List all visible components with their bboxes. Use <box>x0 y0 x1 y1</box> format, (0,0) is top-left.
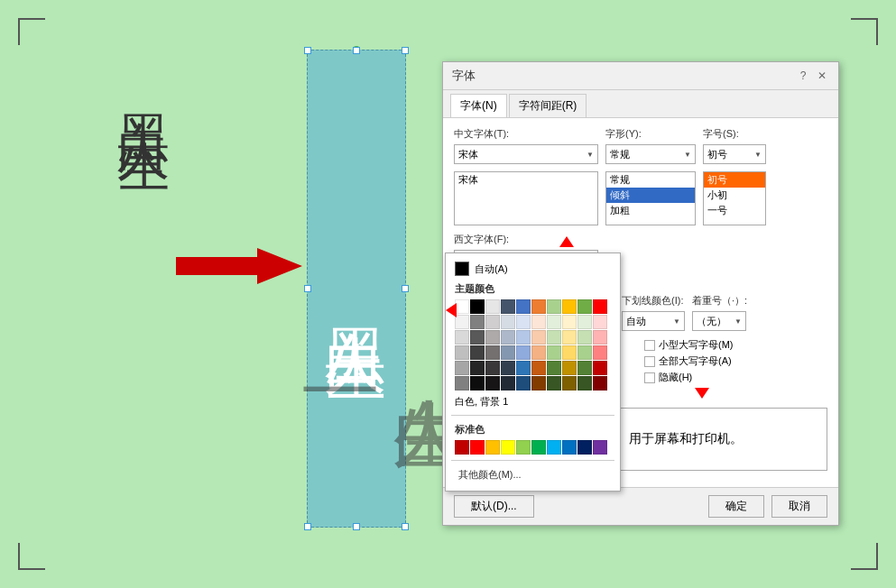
cancel-button[interactable]: 取消 <box>771 495 827 518</box>
theme-color-swatch[interactable] <box>516 376 531 390</box>
theme-color-swatch[interactable] <box>516 299 531 314</box>
size-list-xiaochu[interactable]: 小初 <box>704 188 765 203</box>
handle-top-right[interactable] <box>402 47 409 54</box>
theme-color-swatch[interactable] <box>455 315 469 329</box>
theme-color-swatch[interactable] <box>531 376 546 390</box>
standard-color-swatch[interactable] <box>547 440 561 455</box>
more-colors-button[interactable]: 其他颜色(M)... <box>451 464 614 485</box>
theme-color-swatch[interactable] <box>547 361 561 375</box>
theme-color-swatch[interactable] <box>577 361 592 375</box>
tab-spacing[interactable]: 字符间距(R) <box>509 94 587 117</box>
theme-color-swatch[interactable] <box>455 361 469 375</box>
theme-color-swatch[interactable] <box>485 376 500 390</box>
theme-color-swatch[interactable] <box>485 361 500 375</box>
theme-color-swatch[interactable] <box>455 330 469 345</box>
help-button[interactable]: ? <box>796 69 810 83</box>
auto-color-row[interactable]: 自动(A) <box>451 259 614 279</box>
theme-color-swatch[interactable] <box>501 345 515 360</box>
theme-color-swatch[interactable] <box>470 376 485 390</box>
theme-color-swatch[interactable] <box>577 345 592 360</box>
theme-color-swatch[interactable] <box>485 345 500 360</box>
theme-color-swatch[interactable] <box>577 376 592 390</box>
standard-color-swatch[interactable] <box>501 440 515 455</box>
theme-color-swatch[interactable] <box>470 361 485 375</box>
standard-color-swatch[interactable] <box>562 440 577 455</box>
theme-color-swatch[interactable] <box>531 299 546 314</box>
theme-color-swatch[interactable] <box>562 330 577 345</box>
theme-color-swatch[interactable] <box>470 330 485 345</box>
close-button[interactable]: ✕ <box>815 69 829 83</box>
font-list-item[interactable]: 宋体 <box>455 172 597 188</box>
theme-color-swatch[interactable] <box>547 376 561 390</box>
style-list[interactable]: 常规 倾斜 加粗 <box>605 171 696 225</box>
handle-bottom-right[interactable] <box>402 523 409 530</box>
theme-color-swatch[interactable] <box>470 299 485 314</box>
theme-color-swatch[interactable] <box>501 330 515 345</box>
style-list-italic[interactable]: 倾斜 <box>606 188 695 203</box>
style-list-normal[interactable]: 常规 <box>606 172 695 188</box>
theme-color-swatch[interactable] <box>531 361 546 375</box>
theme-color-swatch[interactable] <box>577 330 592 345</box>
standard-color-swatch[interactable] <box>531 440 546 455</box>
theme-color-swatch[interactable] <box>562 376 577 390</box>
style-list-bold[interactable]: 加粗 <box>606 203 695 218</box>
theme-color-swatch[interactable] <box>470 345 485 360</box>
underline-color-select[interactable]: 自动 ▼ <box>622 311 685 331</box>
theme-color-swatch[interactable] <box>531 345 546 360</box>
handle-top-center[interactable] <box>353 47 360 54</box>
theme-color-swatch[interactable] <box>593 345 607 360</box>
theme-color-swatch[interactable] <box>562 361 577 375</box>
handle-middle-right[interactable] <box>402 285 409 292</box>
theme-color-swatch[interactable] <box>562 299 577 314</box>
theme-color-swatch[interactable] <box>516 330 531 345</box>
theme-color-swatch[interactable] <box>501 376 515 390</box>
tab-font[interactable]: 字体(N) <box>450 94 507 117</box>
theme-color-swatch[interactable] <box>577 315 592 329</box>
standard-color-swatch[interactable] <box>516 440 531 455</box>
standard-color-swatch[interactable] <box>470 440 485 455</box>
standard-color-swatch[interactable] <box>485 440 500 455</box>
theme-color-swatch[interactable] <box>455 376 469 390</box>
theme-color-swatch[interactable] <box>593 361 607 375</box>
theme-color-swatch[interactable] <box>516 345 531 360</box>
chinese-font-select[interactable]: 宋体 ▼ <box>454 144 598 164</box>
size-list-chuhao[interactable]: 初号 <box>704 172 765 188</box>
theme-color-swatch[interactable] <box>577 299 592 314</box>
theme-color-swatch[interactable] <box>501 361 515 375</box>
size-list-yihao[interactable]: 一号 <box>704 203 765 218</box>
standard-color-swatch[interactable] <box>593 440 607 455</box>
theme-color-swatch[interactable] <box>547 299 561 314</box>
theme-color-swatch[interactable] <box>593 299 607 314</box>
handle-bottom-center[interactable] <box>353 523 360 530</box>
theme-color-swatch[interactable] <box>470 315 485 329</box>
standard-color-swatch[interactable] <box>577 440 592 455</box>
size-select[interactable]: 初号 ▼ <box>703 144 766 164</box>
theme-color-swatch[interactable] <box>593 376 607 390</box>
theme-color-swatch[interactable] <box>501 315 515 329</box>
style-select[interactable]: 常规 ▼ <box>605 144 696 164</box>
handle-bottom-left[interactable] <box>304 523 311 530</box>
chinese-font-list[interactable]: 宋体 <box>454 171 598 225</box>
theme-color-swatch[interactable] <box>455 299 469 314</box>
theme-color-swatch[interactable] <box>485 330 500 345</box>
theme-color-swatch[interactable] <box>547 315 561 329</box>
theme-color-swatch[interactable] <box>485 315 500 329</box>
theme-color-swatch[interactable] <box>562 315 577 329</box>
text-box[interactable]: 黑白人生 <box>307 50 406 528</box>
theme-color-swatch[interactable] <box>593 315 607 329</box>
size-list[interactable]: 初号 小初 一号 <box>703 171 766 225</box>
theme-color-swatch[interactable] <box>547 330 561 345</box>
standard-color-swatch[interactable] <box>455 440 469 455</box>
theme-color-swatch[interactable] <box>455 345 469 360</box>
theme-color-swatch[interactable] <box>485 299 500 314</box>
small-caps-checkbox[interactable] <box>644 340 655 351</box>
theme-color-swatch[interactable] <box>593 330 607 345</box>
theme-color-swatch[interactable] <box>516 315 531 329</box>
theme-color-swatch[interactable] <box>562 345 577 360</box>
ok-button[interactable]: 确定 <box>708 495 764 518</box>
theme-color-swatch[interactable] <box>501 299 515 314</box>
handle-top-left[interactable] <box>304 47 311 54</box>
default-button[interactable]: 默认(D)... <box>454 495 534 518</box>
handle-middle-left[interactable] <box>304 285 311 292</box>
theme-color-swatch[interactable] <box>531 315 546 329</box>
